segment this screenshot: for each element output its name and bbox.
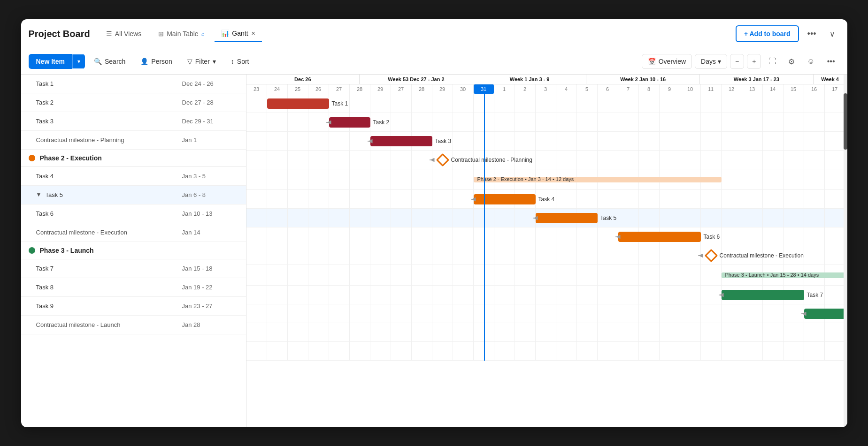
search-button[interactable]: 🔍 Search	[88, 54, 131, 69]
day-cell: 13	[742, 84, 763, 94]
expand-button[interactable]: ⛶	[764, 54, 781, 69]
toolbar: New Item ▾ 🔍 Search 👤 Person ▽ Filter ▾ …	[21, 49, 847, 75]
bar-label: Task 3	[435, 138, 452, 144]
milestone-label: Contractual milestone - Execution	[720, 252, 804, 259]
day-cell: 9	[660, 84, 680, 94]
emoji-icon: ☺	[807, 57, 814, 65]
phase2-header: Phase 2 - Execution	[21, 150, 246, 167]
search-label: Search	[105, 58, 125, 65]
day-cell: 3	[536, 84, 556, 94]
sort-label: Sort	[237, 58, 249, 65]
tab-all-views[interactable]: ☰ All Views	[100, 26, 148, 41]
gantt-bar	[267, 98, 329, 109]
sort-button[interactable]: ↕ Sort	[225, 54, 255, 69]
day-cell: 23	[246, 84, 267, 94]
table-row: Task 3 Dec 29 - 31	[21, 112, 246, 131]
overview-button[interactable]: 📅 Overview	[642, 54, 692, 69]
day-cell: 12	[722, 84, 742, 94]
person-button[interactable]: 👤 Person	[134, 54, 178, 69]
gantt-bar	[804, 309, 847, 319]
gear-icon: ⚙	[788, 58, 795, 66]
bar-label: Task 6	[704, 234, 720, 240]
table-row: Task 9 Jan 23 - 27	[21, 297, 246, 316]
milestone-label: Contractual milestone - Planning	[451, 157, 532, 163]
milestone-row: Contractual milestone - Launch Jan 28	[21, 316, 246, 334]
week-label: Week 53 Dec 27 - Jan 2	[360, 75, 473, 84]
day-cell: 30	[453, 84, 474, 94]
milestone-row: Contractual milestone - Planning Jan 1	[21, 131, 246, 150]
task-name: Task 1	[36, 80, 182, 87]
gantt-bar	[618, 232, 701, 242]
phase3-dot	[29, 247, 35, 254]
gantt-bar	[536, 213, 598, 223]
phase2-name: Phase 2 - Execution	[40, 154, 102, 162]
day-cell: 26	[308, 84, 329, 94]
task-date: Jan 19 - 22	[182, 284, 238, 291]
new-item-main-button[interactable]: New Item	[29, 54, 72, 69]
day-cell: 7	[618, 84, 639, 94]
header-right: + Add to board ••• ∨	[736, 25, 840, 42]
gantt-header: Dec 26Week 53 Dec 27 - Jan 2Week 1 Jan 3…	[246, 75, 847, 94]
day-cell: 2	[515, 84, 536, 94]
toolbar-right: 📅 Overview Days ▾ − + ⛶ ⚙ ☺ •••	[642, 54, 840, 69]
task-name: Task 4	[36, 173, 182, 180]
phase3-header: Phase 3 - Launch	[21, 242, 246, 259]
tab-gantt[interactable]: 📊 Gantt ✕	[215, 26, 261, 42]
bar-label: Task 1	[332, 100, 348, 107]
bar-label: Task 4	[538, 196, 555, 203]
toolbar-more-button[interactable]: •••	[822, 54, 840, 69]
zoom-in-button[interactable]: +	[747, 54, 761, 69]
person-label: Person	[151, 58, 172, 65]
table-row: Task 8 Jan 19 - 22	[21, 278, 246, 297]
gantt-inner: Dec 26Week 53 Dec 27 - Jan 2Week 1 Jan 3…	[246, 75, 847, 361]
gantt-bar	[722, 290, 804, 300]
filter-label: Filter	[195, 58, 210, 65]
day-cell: 8	[639, 84, 660, 94]
gantt-panel[interactable]: Dec 26Week 53 Dec 27 - Jan 2Week 1 Jan 3…	[246, 75, 847, 427]
filter-dropdown-icon: ▾	[213, 58, 216, 65]
phase3-name: Phase 3 - Launch	[40, 247, 94, 254]
gantt-bar	[329, 117, 370, 128]
task-name: Task 7	[36, 265, 182, 272]
task-name: Task 9	[36, 302, 182, 310]
zoom-out-button[interactable]: −	[730, 54, 744, 69]
tab-main-table[interactable]: ⊞ Main Table ⌂	[152, 26, 211, 41]
emoji-button[interactable]: ☺	[802, 54, 819, 69]
task-date: Dec 24 - 26	[182, 80, 238, 87]
days-select-button[interactable]: Days ▾	[695, 54, 727, 69]
table-row: Task 4 Jan 3 - 5	[21, 167, 246, 186]
settings-button[interactable]: ⚙	[784, 54, 799, 69]
gantt-icon: 📊	[221, 30, 229, 37]
filter-button[interactable]: ▽ Filter ▾	[181, 54, 222, 69]
task-name: Task 3	[36, 118, 182, 125]
header-chevron-button[interactable]: ∨	[825, 27, 840, 41]
milestone-diamond	[704, 249, 717, 262]
gantt-bar	[474, 194, 536, 204]
bar-label: Task 7	[807, 292, 823, 298]
all-views-icon: ☰	[106, 30, 112, 38]
left-panel: Task 1 Dec 24 - 26 Task 2 Dec 27 - 28 Ta…	[21, 75, 246, 427]
task-date: Jan 10 - 13	[182, 210, 238, 217]
tab-all-views-label: All Views	[115, 30, 142, 38]
table-row: Task 2 Dec 27 - 28	[21, 93, 246, 112]
milestone-date: Jan 28	[182, 321, 238, 328]
day-cell: 29	[370, 84, 391, 94]
add-to-board-button[interactable]: + Add to board	[736, 25, 799, 42]
week-label: Week 4	[814, 75, 847, 84]
day-cell: 24	[267, 84, 288, 94]
day-cell: 10	[680, 84, 701, 94]
day-cell: 16	[804, 84, 825, 94]
header-more-button[interactable]: •••	[803, 26, 821, 42]
task-date: Jan 6 - 8	[182, 191, 238, 198]
phase1-group: Task 1 Dec 24 - 26 Task 2 Dec 27 - 28 Ta…	[21, 75, 246, 150]
milestone-date: Jan 14	[182, 229, 238, 236]
sort-icon: ↕	[231, 58, 234, 65]
new-item-dropdown-button[interactable]: ▾	[72, 54, 85, 68]
task-date: Jan 15 - 18	[182, 265, 238, 272]
phase-bar-label: Phase 2 - Execution • Jan 3 - 14 • 12 da…	[477, 176, 574, 182]
day-cell: 15	[784, 84, 804, 94]
week-label: Week 1 Jan 3 - 9	[473, 75, 587, 84]
milestone-row: Contractual milestone - Execution Jan 14	[21, 223, 246, 242]
week-label: Week 3 Jan 17 - 23	[700, 75, 814, 84]
gantt-body: Task 1Task 2Task 3Contractual milestone …	[246, 94, 847, 361]
